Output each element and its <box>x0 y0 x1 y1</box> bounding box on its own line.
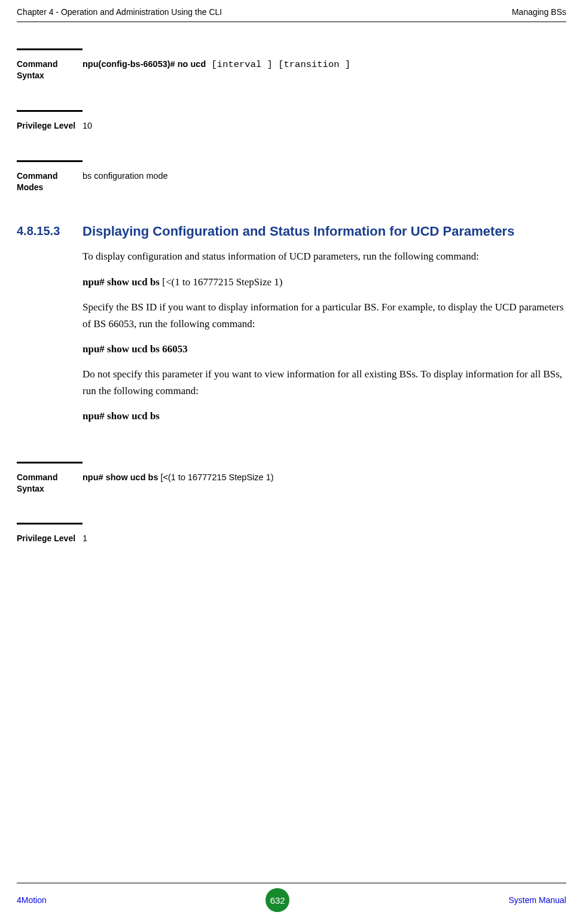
privilege-level-block-1: Privilege Level 10 <box>17 110 566 132</box>
page-content: Command Syntax npu(config-bs-66053)# no … <box>0 48 583 545</box>
command-bold: npu# show ucd bs 66053 <box>83 343 188 355</box>
header-left: Chapter 4 - Operation and Administration… <box>17 7 222 17</box>
command-args: [<(1 to 16777215 StepSize 1) <box>160 276 283 288</box>
section-title: Displaying Configuration and Status Info… <box>83 223 566 240</box>
command-syntax-block-2: Command Syntax npu# show ucd bs [<(1 to … <box>17 462 566 495</box>
def-label: Privilege Level <box>17 533 83 544</box>
def-label: Command Syntax <box>17 59 83 81</box>
header-right: Managing BSs <box>512 7 566 17</box>
page-footer: 4Motion 632 System Manual <box>17 888 566 912</box>
privilege-level-block-2: Privilege Level 1 <box>17 523 566 544</box>
privilege-value: 10 <box>83 110 566 132</box>
page-number: 632 <box>265 888 289 912</box>
body-paragraph: Specify the BS ID if you want to display… <box>83 299 566 333</box>
command-syntax-args: [<(1 to 16777215 StepSize 1) <box>161 472 274 482</box>
privilege-value: 1 <box>83 523 566 544</box>
def-label: Command Syntax <box>17 472 83 495</box>
command-syntax-block-1: Command Syntax npu(config-bs-66053)# no … <box>17 48 566 81</box>
command-modes-value: bs configuration mode <box>83 160 566 193</box>
section-number: 4.8.15.3 <box>17 223 83 433</box>
body-paragraph: Do not specify this parameter if you wan… <box>83 366 566 400</box>
command-modes-block: Command Modes bs configuration mode <box>17 160 566 193</box>
command-bold: npu# show ucd bs <box>83 410 160 422</box>
page-header: Chapter 4 - Operation and Administration… <box>17 0 566 22</box>
command-bold: npu# show ucd bs <box>83 276 160 288</box>
footer-divider <box>17 883 566 883</box>
def-label: Command Modes <box>17 170 83 193</box>
section-4-8-15-3: 4.8.15.3 Displaying Configuration and St… <box>17 223 566 433</box>
command-syntax-bold: npu(config-bs-66053)# no ucd <box>83 59 206 69</box>
command-syntax-bold: npu# show ucd bs <box>83 472 161 482</box>
command-line: npu# show ucd bs 66053 <box>83 343 566 355</box>
def-label: Privilege Level <box>17 120 83 132</box>
command-line: npu# show ucd bs [<(1 to 16777215 StepSi… <box>83 276 566 288</box>
body-paragraph: To display configuration and status info… <box>83 248 566 265</box>
footer-right: System Manual <box>509 895 566 905</box>
command-line: npu# show ucd bs <box>83 410 566 422</box>
command-syntax-args: [interval ] [transition ] <box>206 59 350 70</box>
footer-left: 4Motion <box>17 895 47 905</box>
